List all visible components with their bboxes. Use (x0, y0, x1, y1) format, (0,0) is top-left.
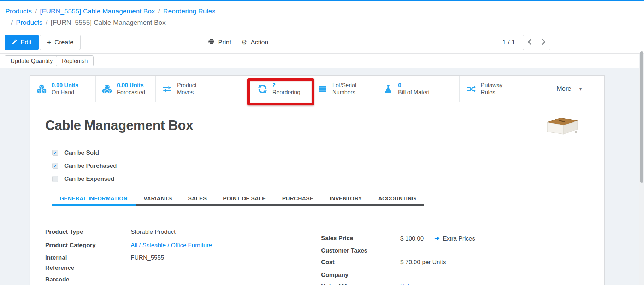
can-be-expensed-row: Can be Expensed (52, 172, 117, 185)
breadcrumb-separator: / (155, 7, 163, 15)
field-value-internal-reference: FURN_5555 (124, 251, 307, 273)
caret-down-icon: ▾ (579, 86, 582, 92)
exchange-arrows-icon (162, 84, 172, 94)
can-be-sold-label: Can be Sold (64, 149, 99, 156)
can-be-purchased-row: ✓ Can be Purchased (52, 159, 117, 172)
shuffle-icon (466, 84, 476, 94)
scrollbar-thumb[interactable] (640, 51, 643, 183)
breadcrumb-separator: / (8, 19, 16, 26)
more-button[interactable]: More ▾ (534, 76, 604, 102)
sales-price-amount: $ 100.00 (400, 235, 424, 242)
pager-next-button[interactable] (537, 35, 550, 50)
arrow-right-icon: ➔ (434, 235, 439, 242)
chevron-left-icon (527, 38, 532, 47)
breadcrumb-current-page: [FURN_5555] Cable Management Box (51, 19, 166, 26)
breadcrumb-link-reordering-rules[interactable]: Reordering Rules (163, 7, 215, 15)
product-category-link[interactable]: All / Saleable / Office Furniture (131, 242, 212, 249)
tab-point-of-sale[interactable]: POINT OF SALE (215, 192, 274, 206)
stat-button-lot-serial-numbers[interactable]: Lot/Serial Numbers (311, 76, 377, 102)
form-right-column: Sales Price $ 100.00➔Extra Prices Custom… (321, 225, 589, 285)
bom-count: 0 (398, 82, 434, 89)
field-value-unit-of-measure: Units (394, 280, 589, 285)
field-value-cost: $ 70.00 per Units (394, 256, 589, 268)
uom-link[interactable]: Units (400, 283, 414, 285)
action-button[interactable]: ⚙ Action (241, 38, 268, 47)
pager-counter: 1 / 1 (502, 38, 515, 46)
print-button-label: Print (218, 39, 231, 46)
chevron-right-icon (541, 38, 546, 47)
bars-icon (317, 84, 328, 94)
tab-accounting[interactable]: ACCOUNTING (370, 192, 424, 206)
putaway-line1: Putaway (481, 82, 502, 89)
putaway-line2: Rules (481, 89, 502, 96)
stat-button-product-moves[interactable]: Product Moves (156, 76, 251, 102)
tab-variants[interactable]: VARIANTS (136, 192, 180, 206)
field-label-internal-reference: Internal Reference (45, 251, 124, 273)
checkbox-can-be-expensed[interactable] (52, 176, 58, 182)
breadcrumb-link-products[interactable]: Products (5, 7, 32, 15)
control-panel-actions: Print ⚙ Action (0, 35, 477, 50)
highlight-annotation-box (247, 78, 314, 105)
checkbox-can-be-purchased[interactable]: ✓ (52, 163, 58, 169)
breadcrumb-link-products[interactable]: Products (16, 19, 42, 26)
action-button-label: Action (251, 39, 268, 46)
extra-prices-button[interactable]: Extra Prices (443, 235, 475, 242)
field-label-cost: Cost (321, 256, 394, 268)
field-label-barcode: Barcode (45, 273, 124, 285)
tab-sales[interactable]: SALES (180, 192, 215, 206)
odoo-product-form-screen: Products/[FURN_5555] Cable Management Bo… (0, 0, 644, 285)
field-label-sales-price: Sales Price (321, 225, 394, 244)
update-quantity-button[interactable]: Update Quantity (5, 55, 59, 66)
pager-previous-button[interactable] (523, 35, 536, 50)
product-photo-cable-box (544, 115, 580, 136)
pager: 1 / 1 (502, 35, 550, 50)
product-image (540, 113, 584, 138)
replenish-button[interactable]: Replenish (56, 55, 94, 66)
lot-serial-line2: Numbers (332, 89, 356, 96)
forecasted-label: Forecasted (117, 89, 145, 96)
field-value-barcode (124, 273, 307, 285)
forecasted-value: 0.00 Units (117, 82, 145, 89)
field-value-customer-taxes (394, 244, 589, 256)
field-label-unit-of-measure: Unit of Measure (321, 280, 394, 285)
product-moves-line1: Product (177, 82, 196, 89)
breadcrumb-separator: / (32, 7, 40, 15)
form-action-row: Update Quantity Replenish (0, 54, 644, 68)
notebook-tabs: GENERAL INFORMATION VARIANTS SALES POINT… (45, 192, 589, 205)
field-value-product-type: Storable Product (124, 225, 307, 239)
tab-general-information[interactable]: GENERAL INFORMATION (52, 192, 136, 206)
stat-button-putaway-rules[interactable]: Putaway Rules (460, 76, 534, 102)
field-label-customer-taxes: Customer Taxes (321, 244, 394, 256)
field-value-company (394, 268, 589, 280)
control-panel: Products/[FURN_5555] Cable Management Bo… (0, 1, 644, 54)
general-information-panel: Product Type Storable Product Product Ca… (45, 225, 589, 285)
gear-icon: ⚙ (241, 38, 247, 47)
product-moves-line2: Moves (177, 89, 196, 96)
stat-button-bill-of-materials[interactable]: 0 Bill of Materi... (377, 76, 460, 102)
form-left-column: Product Type Storable Product Product Ca… (45, 225, 307, 285)
on-hand-label: On Hand (52, 89, 78, 96)
tab-inventory[interactable]: INVENTORY (321, 192, 370, 206)
tab-purchase[interactable]: PURCHASE (274, 192, 322, 206)
cubes-icon (36, 84, 47, 94)
stat-button-forecasted[interactable]: 0.00 Units Forecasted (96, 76, 156, 102)
product-flags: ✓ Can be Sold ✓ Can be Purchased Can be … (52, 146, 117, 185)
field-label-product-category: Product Category (45, 239, 124, 251)
printer-icon (208, 39, 214, 46)
product-title: Cable Management Box (45, 117, 193, 134)
bom-label: Bill of Materi... (398, 89, 434, 96)
print-button[interactable]: Print (208, 39, 231, 46)
breadcrumb-link-product[interactable]: [FURN_5555] Cable Management Box (40, 7, 155, 15)
stat-button-bar: 0.00 Units On Hand 0.00 Units Forecasted… (30, 76, 604, 102)
content-area: 0.00 Units On Hand 0.00 Units Forecasted… (0, 68, 644, 285)
breadcrumb: Products/[FURN_5555] Cable Management Bo… (5, 6, 215, 16)
field-value-sales-price: $ 100.00➔Extra Prices (394, 225, 589, 244)
checkbox-can-be-sold[interactable]: ✓ (52, 150, 58, 156)
stat-button-on-hand[interactable]: 0.00 Units On Hand (30, 76, 96, 102)
can-be-expensed-label: Can be Expensed (64, 176, 114, 183)
field-label-product-type: Product Type (45, 225, 124, 239)
flask-icon (383, 84, 394, 94)
on-hand-value: 0.00 Units (52, 82, 78, 89)
can-be-sold-row: ✓ Can be Sold (52, 146, 117, 159)
field-label-company: Company (321, 268, 394, 280)
